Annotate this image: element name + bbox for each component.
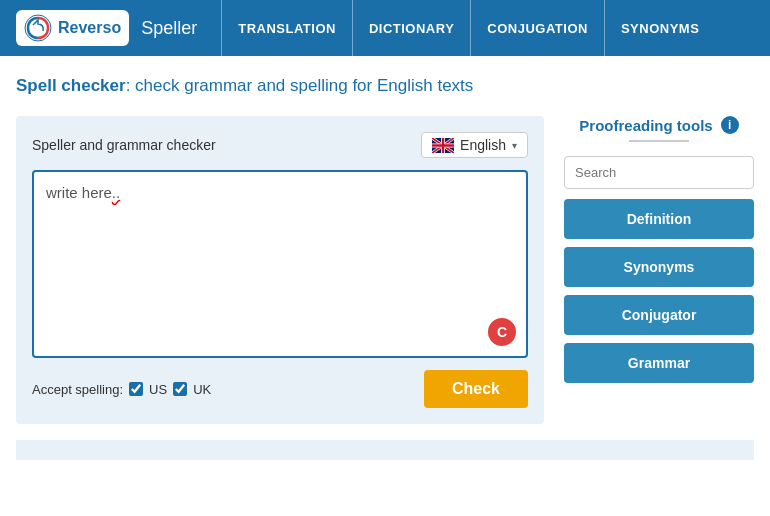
info-icon[interactable]: i (721, 116, 739, 134)
textarea-placeholder: write here.. (46, 184, 120, 201)
right-panel: Proofreading tools i Definition Synonyms… (564, 116, 754, 391)
main-layout: Speller and grammar checker English ▾ (16, 116, 754, 424)
panel-header: Speller and grammar checker English ▾ (32, 132, 528, 158)
page-title: Spell checker: check grammar and spellin… (16, 76, 754, 96)
proofreading-title: Proofreading tools (579, 117, 712, 134)
logo-speller-text: Speller (141, 18, 197, 39)
accept-spelling-text: Accept spelling: (32, 382, 123, 397)
conjugator-button[interactable]: Conjugator (564, 295, 754, 335)
header: Reverso Speller TRANSLATION DICTIONARY C… (0, 0, 770, 56)
language-label: English (460, 137, 506, 153)
accept-row: Accept spelling: US UK Check (32, 370, 528, 408)
page-title-text: : check grammar and spelling for English… (126, 76, 474, 95)
nav-item-synonyms[interactable]: SYNONYMS (604, 0, 715, 56)
search-input[interactable] (564, 156, 754, 189)
check-button[interactable]: Check (424, 370, 528, 408)
panel-title: Speller and grammar checker (32, 137, 216, 153)
definition-button[interactable]: Definition (564, 199, 754, 239)
logo-reverso-text: Reverso (58, 19, 121, 37)
misspelled-text: .. (112, 184, 120, 201)
bottom-strip (16, 440, 754, 460)
uk-flag-icon (432, 138, 454, 153)
nav-item-dictionary[interactable]: DICTIONARY (352, 0, 470, 56)
reverso-logo-icon (24, 14, 52, 42)
nav-item-conjugation[interactable]: CONJUGATION (470, 0, 604, 56)
correction-icon: C (488, 318, 516, 346)
us-checkbox[interactable] (129, 382, 143, 396)
page-content: Spell checker: check grammar and spellin… (0, 56, 770, 460)
proofreading-header: Proofreading tools i (564, 116, 754, 134)
proofreading-divider (629, 140, 689, 142)
speller-textarea-wrapper: write here.. C (32, 170, 528, 358)
accept-spelling-label: Accept spelling: US UK (32, 382, 211, 397)
logo-box[interactable]: Reverso (16, 10, 129, 46)
uk-label: UK (193, 382, 211, 397)
left-panel: Speller and grammar checker English ▾ (16, 116, 544, 424)
dropdown-arrow-icon: ▾ (512, 140, 517, 151)
uk-checkbox[interactable] (173, 382, 187, 396)
us-label: US (149, 382, 167, 397)
language-selector[interactable]: English ▾ (421, 132, 528, 158)
nav-item-translation[interactable]: TRANSLATION (221, 0, 352, 56)
page-title-label: Spell checker (16, 76, 126, 95)
main-nav: TRANSLATION DICTIONARY CONJUGATION SYNON… (221, 0, 715, 56)
synonyms-button[interactable]: Synonyms (564, 247, 754, 287)
grammar-button[interactable]: Grammar (564, 343, 754, 383)
